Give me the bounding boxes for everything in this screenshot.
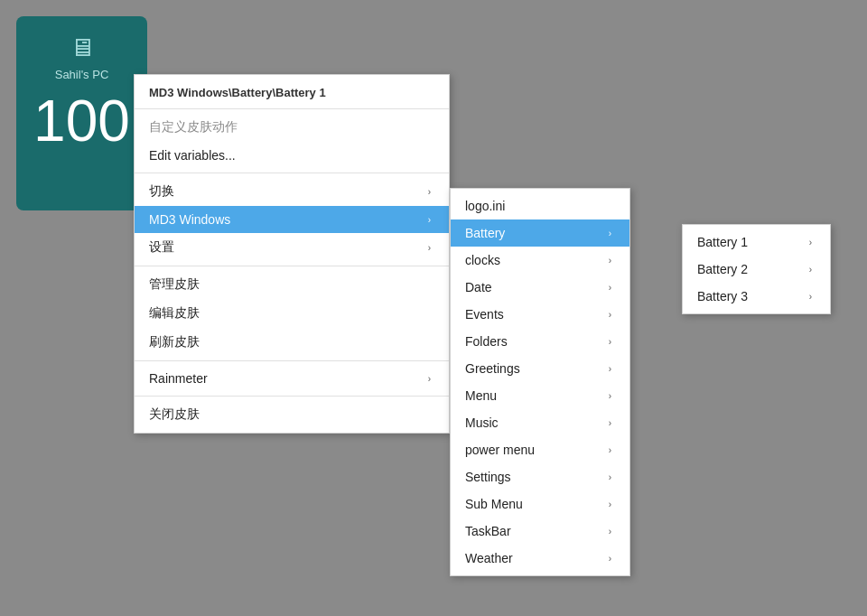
menu-item-taskbar[interactable]: TaskBar› [451, 518, 629, 545]
chevron-right-icon: › [809, 265, 812, 275]
widget-value: 100 [33, 92, 130, 150]
widget-title: Sahil's PC [55, 68, 109, 81]
primary-context-menu: MD3 Windows\Battery\Battery 1 自定义皮肤动作Edi… [134, 74, 450, 434]
menu-item-label: Battery [465, 226, 505, 240]
chevron-right-icon: › [428, 187, 431, 197]
menu-item-label: clocks [465, 253, 500, 267]
separator [135, 108, 449, 109]
menu-item-close-skin[interactable]: 关闭皮肤 [135, 400, 449, 429]
menu-item-label: 切换 [149, 183, 174, 200]
chevron-right-icon: › [609, 527, 611, 537]
menu-item-edit-variables[interactable]: Edit variables... [135, 142, 449, 169]
tertiary-context-menu: Battery 1›Battery 2›Battery 3› [682, 224, 831, 314]
menu-item-label: 管理皮肤 [149, 276, 200, 293]
menu-item-label: Date [465, 280, 492, 294]
menu-item-battery3[interactable]: Battery 3› [683, 283, 830, 310]
separator [135, 173, 449, 173]
menu-item-label: Music [465, 415, 499, 430]
widget-card: 🖥 Sahil's PC 100 [16, 16, 147, 210]
chevron-right-icon: › [428, 215, 431, 225]
chevron-right-icon: › [609, 229, 611, 238]
chevron-right-icon: › [609, 391, 611, 401]
menu-item-rainmeter[interactable]: Rainmeter› [135, 365, 449, 392]
menu-item-power-menu[interactable]: power menu› [451, 436, 629, 463]
menu-item-events[interactable]: Events› [451, 301, 629, 328]
menu-item-greetings[interactable]: Greetings› [451, 355, 629, 382]
menu-item-label: Battery 3 [697, 289, 748, 303]
separator [135, 360, 449, 361]
menu-item-label: logo.ini [465, 199, 505, 213]
menu-item-label: Sub Menu [465, 497, 523, 511]
menu-item-clocks[interactable]: clocks› [451, 247, 629, 274]
menu-item-battery2[interactable]: Battery 2› [683, 256, 830, 283]
menu-header: MD3 Windows\Battery\Battery 1 [135, 79, 449, 105]
chevron-right-icon: › [609, 256, 611, 266]
menu-item-settings2[interactable]: Settings› [451, 463, 629, 490]
menu-item-label: Edit variables... [149, 148, 236, 163]
menu-item-folders[interactable]: Folders› [451, 328, 629, 355]
menu-item-label: Menu [465, 388, 497, 403]
menu-item-label: power menu [465, 443, 535, 457]
chevron-right-icon: › [609, 418, 611, 428]
separator [135, 266, 449, 266]
chevron-right-icon: › [428, 374, 431, 384]
secondary-context-menu: logo.iniBattery›clocks›Date›Events›Folde… [450, 188, 630, 576]
menu-item-date[interactable]: Date› [451, 274, 629, 301]
menu-item-label: 刷新皮肤 [149, 334, 200, 350]
menu-item-label: Weather [465, 551, 513, 565]
menu-item-label: Rainmeter [149, 371, 208, 386]
chevron-right-icon: › [609, 445, 611, 455]
chevron-right-icon: › [428, 243, 431, 253]
chevron-right-icon: › [609, 554, 611, 564]
menu-item-md3-windows[interactable]: MD3 Windows› [135, 206, 449, 233]
menu-item-label: TaskBar [465, 524, 511, 538]
chevron-right-icon: › [609, 472, 611, 482]
menu-item-sub-menu[interactable]: Sub Menu› [451, 490, 629, 518]
menu-item-music[interactable]: Music› [451, 409, 629, 436]
menu-item-custom-skin: 自定义皮肤动作 [135, 113, 449, 142]
separator [135, 396, 449, 397]
menu-item-label: Events [465, 307, 504, 322]
chevron-right-icon: › [609, 283, 611, 293]
menu-item-switch[interactable]: 切换› [135, 177, 449, 206]
menu-item-settings[interactable]: 设置› [135, 233, 449, 262]
menu-item-battery[interactable]: Battery› [451, 219, 629, 247]
menu-item-label: 自定义皮肤动作 [149, 119, 238, 135]
menu-item-label: Greetings [465, 361, 520, 376]
menu-item-menu[interactable]: Menu› [451, 382, 629, 409]
menu-item-weather[interactable]: Weather› [451, 545, 629, 572]
menu-item-label: 编辑皮肤 [149, 305, 200, 322]
menu-item-label: Battery 2 [697, 262, 748, 276]
chevron-right-icon: › [609, 310, 611, 320]
chevron-right-icon: › [609, 337, 611, 347]
menu-item-battery1[interactable]: Battery 1› [683, 229, 830, 256]
menu-item-edit-skin[interactable]: 编辑皮肤 [135, 299, 449, 328]
menu-item-label: Folders [465, 334, 508, 349]
chevron-right-icon: › [809, 238, 812, 247]
menu-item-label: 关闭皮肤 [149, 406, 200, 423]
chevron-right-icon: › [809, 292, 812, 302]
menu-item-manage-skin[interactable]: 管理皮肤 [135, 270, 449, 299]
menu-item-label: Battery 1 [697, 235, 748, 249]
laptop-icon: 🖥 [70, 33, 95, 62]
menu-item-label: Settings [465, 470, 511, 484]
chevron-right-icon: › [609, 364, 611, 374]
menu-item-logo[interactable]: logo.ini [451, 192, 629, 219]
chevron-right-icon: › [609, 499, 611, 509]
menu-item-refresh-skin[interactable]: 刷新皮肤 [135, 328, 449, 357]
menu-item-label: MD3 Windows [149, 212, 230, 227]
menu-item-label: 设置 [149, 239, 174, 256]
